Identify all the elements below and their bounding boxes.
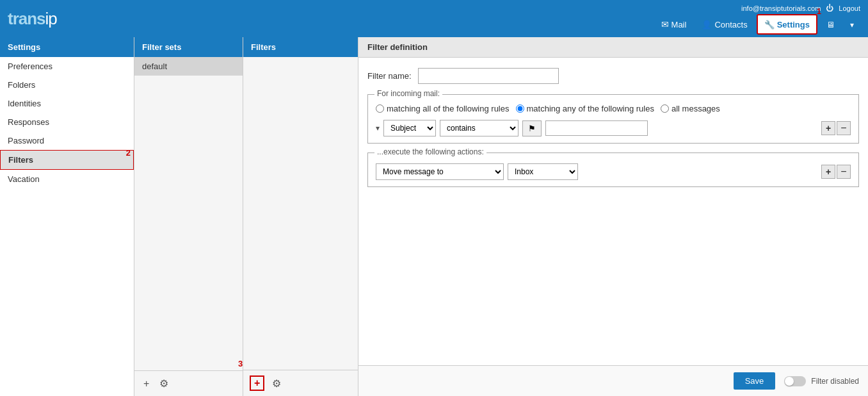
add-action-button[interactable]: + bbox=[821, 165, 835, 179]
nav-settings-button[interactable]: Settings 1 bbox=[757, 14, 817, 35]
radio-options-row: matching all of the following rules matc… bbox=[376, 104, 851, 113]
remove-action-button[interactable]: − bbox=[837, 165, 851, 179]
filter-set-default-label: default bbox=[142, 62, 167, 71]
nav-monitor-button[interactable] bbox=[820, 15, 841, 33]
logo: transip bbox=[8, 9, 57, 29]
incoming-mail-fieldset: For incoming mail: matching all of the f… bbox=[367, 94, 859, 144]
filter-set-default[interactable]: default bbox=[134, 57, 243, 76]
vacation-label: Vacation bbox=[8, 174, 40, 184]
folders-label: Folders bbox=[8, 80, 35, 90]
mail-icon bbox=[661, 19, 669, 29]
user-email: info@transiptutorials.com bbox=[741, 4, 821, 12]
operator-select[interactable]: contains does not contain is is not begi… bbox=[440, 120, 518, 136]
filter-sets-header: Filter sets bbox=[134, 37, 243, 57]
badge-1: 1 bbox=[817, 6, 821, 16]
filter-definition-header: Filter definition bbox=[358, 37, 868, 58]
condition-add-remove: + − bbox=[821, 121, 851, 135]
radio-any-following-input[interactable] bbox=[516, 104, 524, 113]
toggle-thumb bbox=[785, 377, 794, 386]
topbar: transip info@transiptutorials.com ⏻ Logo… bbox=[0, 0, 868, 37]
chevron-down-icon bbox=[850, 20, 854, 29]
sidebar-header: Settings bbox=[0, 37, 134, 57]
filter-sets-panel: Filter sets default + ⚙ bbox=[134, 37, 243, 396]
nav-chevron-button[interactable] bbox=[844, 16, 860, 33]
action-select[interactable]: Move message to Copy message to Mark as … bbox=[376, 163, 504, 180]
nav-contacts-button[interactable]: Contacts bbox=[695, 15, 753, 33]
sidebar-item-responses[interactable]: Responses bbox=[0, 113, 134, 131]
nav-mail-label: Mail bbox=[671, 20, 687, 29]
radio-all-messages-label: all messages bbox=[671, 104, 720, 113]
action-add-remove: + − bbox=[821, 165, 851, 179]
filter-name-row: Filter name: bbox=[367, 68, 859, 84]
radio-all-messages[interactable]: all messages bbox=[661, 104, 720, 113]
badge-3: 3 bbox=[238, 359, 243, 368]
nav-contacts-label: Contacts bbox=[714, 20, 747, 29]
filters-panel-footer: + 3 ⚙ bbox=[243, 370, 358, 396]
condition-row: ▾ Subject From To CC Reply-To Body Heade… bbox=[376, 120, 851, 136]
top-nav: Mail Contacts Settings 1 bbox=[655, 14, 860, 35]
identities-label: Identities bbox=[8, 99, 41, 108]
condition-arrow-icon: ▾ bbox=[376, 124, 380, 133]
sidebar: Settings Preferences Folders Identities … bbox=[0, 37, 134, 396]
filter-toggle[interactable]: Filter disabled bbox=[784, 376, 859, 386]
execute-actions-fieldset: ...execute the following actions: Move m… bbox=[367, 153, 859, 187]
add-condition-button[interactable]: + bbox=[821, 121, 835, 135]
power-icon: ⏻ bbox=[826, 4, 833, 13]
main-layout: Settings Preferences Folders Identities … bbox=[0, 37, 868, 396]
sidebar-item-vacation[interactable]: Vacation bbox=[0, 170, 134, 188]
radio-all-messages-input[interactable] bbox=[661, 104, 669, 113]
radio-all-following[interactable]: matching all of the following rules bbox=[376, 104, 510, 113]
sidebar-item-password[interactable]: Password bbox=[0, 131, 134, 150]
nav-mail-button[interactable]: Mail bbox=[655, 15, 693, 33]
badge-2: 2 bbox=[126, 148, 131, 158]
filter-name-label: Filter name: bbox=[367, 71, 412, 81]
radio-all-following-label: matching all of the following rules bbox=[387, 104, 510, 113]
sidebar-item-filters[interactable]: Filters 2 bbox=[0, 150, 134, 170]
condition-value-input[interactable] bbox=[545, 120, 648, 136]
user-info: info@transiptutorials.com ⏻ Logout bbox=[741, 4, 860, 13]
filter-definition-footer: Save Filter disabled bbox=[358, 365, 868, 396]
responses-label: Responses bbox=[8, 117, 49, 127]
folder-select[interactable]: Inbox Drafts Sent Trash Spam bbox=[508, 163, 578, 180]
actions-row: Move message to Copy message to Mark as … bbox=[376, 163, 851, 180]
filter-set-settings-button[interactable]: ⚙ bbox=[157, 376, 171, 391]
sidebar-item-folders[interactable]: Folders bbox=[0, 76, 134, 94]
logo-area: transip bbox=[8, 9, 57, 29]
add-filter-set-button[interactable]: + bbox=[141, 377, 152, 391]
execute-legend: ...execute the following actions: bbox=[374, 147, 486, 156]
filter-name-input[interactable] bbox=[418, 68, 559, 84]
filter-definition: Filter definition Filter name: For incom… bbox=[358, 37, 868, 396]
contacts-icon bbox=[702, 19, 712, 29]
nav-settings-label: Settings bbox=[777, 20, 810, 29]
radio-any-following[interactable]: matching any of the following rules bbox=[516, 104, 654, 113]
filters-panel-header: Filters bbox=[243, 37, 358, 57]
flag-button[interactable]: ⚑ bbox=[522, 120, 542, 136]
filter-disabled-label: Filter disabled bbox=[811, 377, 859, 386]
filters-panel: Filters + 3 ⚙ bbox=[243, 37, 358, 396]
monitor-icon bbox=[826, 19, 835, 29]
gear-icon: ⚙ bbox=[159, 378, 168, 389]
logout-link[interactable]: Logout bbox=[839, 4, 860, 12]
incoming-mail-legend: For incoming mail: bbox=[374, 89, 442, 98]
filters-list bbox=[243, 57, 358, 370]
save-button[interactable]: Save bbox=[734, 372, 776, 390]
filters-settings-button[interactable]: ⚙ bbox=[269, 376, 284, 391]
subject-select[interactable]: Subject From To CC Reply-To Body Header bbox=[383, 120, 436, 136]
radio-all-following-input[interactable] bbox=[376, 104, 384, 113]
sidebar-item-identities[interactable]: Identities bbox=[0, 94, 134, 113]
filters-label: Filters bbox=[8, 155, 33, 165]
wrench-icon bbox=[764, 19, 775, 29]
sidebar-item-preferences[interactable]: Preferences bbox=[0, 57, 134, 76]
radio-any-following-label: matching any of the following rules bbox=[527, 104, 654, 113]
toggle-track[interactable] bbox=[784, 376, 806, 386]
preferences-label: Preferences bbox=[8, 62, 52, 71]
remove-condition-button[interactable]: − bbox=[837, 121, 851, 135]
gear-icon-2: ⚙ bbox=[272, 378, 281, 389]
add-filter-button[interactable]: + 3 bbox=[250, 375, 264, 391]
filter-definition-body: Filter name: For incoming mail: matching… bbox=[358, 58, 868, 365]
filter-sets-footer: + ⚙ bbox=[134, 370, 243, 396]
password-label: Password bbox=[8, 136, 44, 145]
